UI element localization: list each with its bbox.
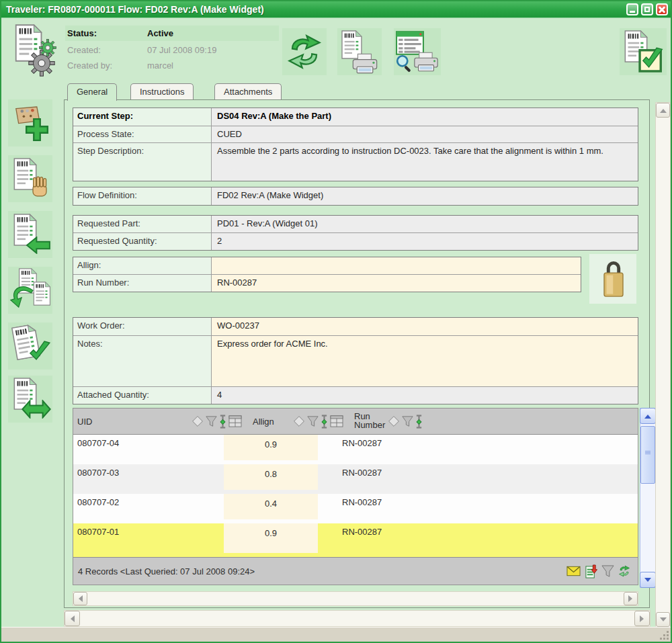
table-horizontal-scrollbar[interactable] xyxy=(73,591,638,606)
close-button[interactable] xyxy=(656,3,668,15)
table-row[interactable]: 080707-02 0.4 RN-00287 xyxy=(73,494,638,523)
complete-step-button[interactable] xyxy=(620,28,667,75)
hold-step-button[interactable] xyxy=(8,155,52,202)
maximize-button[interactable] xyxy=(641,3,653,15)
table-row-selected[interactable]: 080707-01 0.9 RN-00287 xyxy=(73,523,638,557)
refresh-button[interactable] xyxy=(282,28,327,75)
filter-icon[interactable] xyxy=(601,565,614,578)
tab-general[interactable]: General xyxy=(67,83,117,101)
notes-label: Notes: xyxy=(73,336,212,386)
scroll-right-button[interactable] xyxy=(624,592,638,605)
plus-icon xyxy=(24,117,50,142)
status-label: Status: xyxy=(67,26,97,41)
requested-part-value: PD01 - Rev:A (Widget 01) xyxy=(212,216,638,232)
status-value: Active xyxy=(147,26,173,41)
column-header-uid: UID xyxy=(73,417,192,427)
uid-cell: 080707-01 xyxy=(73,523,224,557)
flow-definition-label: Flow Definition: xyxy=(73,187,212,205)
add-part-button[interactable] xyxy=(8,99,52,146)
column-resize-icon[interactable] xyxy=(415,414,423,429)
created-by-label: Created by: xyxy=(67,58,112,73)
scroll-up-button[interactable] xyxy=(656,103,670,118)
run-number-cell: RN-00287 xyxy=(318,435,638,464)
step-fields-group: Allign: Run Number: RN-00287 xyxy=(73,257,581,292)
allign-field[interactable] xyxy=(212,257,581,274)
filter-icon[interactable] xyxy=(402,416,413,427)
refresh-icon[interactable] xyxy=(618,565,630,577)
table-row[interactable]: 080707-03 0.8 RN-00287 xyxy=(73,464,638,494)
notes-field[interactable]: Express order for ACME Inc. xyxy=(212,336,638,386)
table-row[interactable]: 080707-04 0.9 RN-00287 xyxy=(73,435,638,464)
print-button[interactable] xyxy=(337,28,382,75)
created-by-row: Created by: marcel xyxy=(65,58,279,73)
return-step-button[interactable] xyxy=(8,211,52,258)
sort-icon[interactable] xyxy=(192,415,204,427)
scroll-left-button[interactable] xyxy=(73,592,87,605)
process-state-value: CUED xyxy=(212,126,638,142)
uid-table-header: UID Allign Run Number xyxy=(73,409,638,435)
check-icon xyxy=(28,340,51,363)
export-icon[interactable] xyxy=(585,564,597,578)
scroll-down-button[interactable] xyxy=(640,572,656,588)
scroll-thumb[interactable] xyxy=(640,426,655,484)
maximize-icon xyxy=(644,7,650,12)
sort-icon[interactable] xyxy=(293,415,305,427)
created-label: Created: xyxy=(67,42,101,58)
sort-icon[interactable] xyxy=(388,415,400,427)
allign-cell-input[interactable]: 0.4 xyxy=(224,494,318,519)
title-bar[interactable]: Traveler: FR0807-000011 Flow: FD02 Rev:A… xyxy=(1,1,671,18)
scroll-down-button[interactable] xyxy=(656,612,670,627)
exchange-button[interactable] xyxy=(8,376,52,423)
run-number-cell: RN-00287 xyxy=(318,523,638,557)
arrow-left-right-icon xyxy=(22,400,51,419)
filter-icon[interactable] xyxy=(206,416,217,427)
column-resize-icon[interactable] xyxy=(219,414,226,429)
status-row: Status: Active xyxy=(65,26,279,41)
minimize-icon xyxy=(630,11,635,13)
checkbox-check-icon xyxy=(638,47,664,73)
scroll-up-button[interactable] xyxy=(640,408,656,424)
allign-cell-input[interactable]: 0.9 xyxy=(224,435,318,460)
uid-table: UID Allign Run Number 080707-0 xyxy=(73,408,638,585)
step-description-label: Step Description: xyxy=(73,143,212,181)
minimize-button[interactable] xyxy=(626,3,638,15)
grid-options-icon[interactable] xyxy=(228,415,242,427)
work-order-field[interactable]: WO-00237 xyxy=(212,318,638,335)
created-by-value: marcel xyxy=(147,58,173,73)
email-icon[interactable] xyxy=(566,566,581,576)
allign-cell-input[interactable]: 0.9 xyxy=(224,523,318,553)
filter-icon[interactable] xyxy=(307,416,319,427)
validate-button[interactable] xyxy=(8,323,52,370)
column-resize-icon[interactable] xyxy=(321,414,328,429)
created-row: Created: 07 Jul 2008 09:19 xyxy=(65,42,279,58)
tab-attachments[interactable]: Attachments xyxy=(214,83,282,100)
run-number-label: Run Number: xyxy=(73,275,212,292)
print-preview-button[interactable] xyxy=(394,28,441,75)
grid-options-icon[interactable] xyxy=(330,415,343,427)
hand-icon xyxy=(30,175,50,198)
locked-indicator[interactable] xyxy=(589,254,636,304)
transfer-button[interactable] xyxy=(8,267,52,314)
scroll-right-button[interactable] xyxy=(634,611,650,626)
arrow-left-icon xyxy=(26,237,51,254)
run-number-field[interactable]: RN-00287 xyxy=(212,275,581,292)
window-title: Traveler: FR0807-000011 Flow: FD02 Rev:A… xyxy=(6,4,264,15)
scroll-left-button[interactable] xyxy=(65,611,80,626)
column-header-allign: Allign xyxy=(249,417,293,427)
lock-icon xyxy=(599,259,628,298)
traveler-emblem-icon xyxy=(11,23,62,82)
column-header-run-number: Run Number xyxy=(350,412,388,431)
panel-horizontal-scrollbar[interactable] xyxy=(64,610,650,627)
tab-instructions[interactable]: Instructions xyxy=(130,83,194,100)
uid-cell: 080707-04 xyxy=(73,435,224,464)
curved-arrow-icon xyxy=(9,284,36,308)
table-footer: 4 Records <Last Queried: 07 Jul 2008 09:… xyxy=(73,557,638,585)
resize-grip[interactable] xyxy=(659,630,669,640)
allign-label: Allign: xyxy=(73,257,212,274)
current-step-value: DS04 Rev:A (Make the Part) xyxy=(212,108,638,126)
printer-icon xyxy=(413,51,439,73)
attached-quantity-value: 4 xyxy=(212,387,638,404)
allign-cell-input[interactable]: 0.8 xyxy=(224,464,318,490)
current-step-label: Current Step: xyxy=(73,108,212,126)
panel-vertical-scrollbar[interactable] xyxy=(655,102,671,628)
